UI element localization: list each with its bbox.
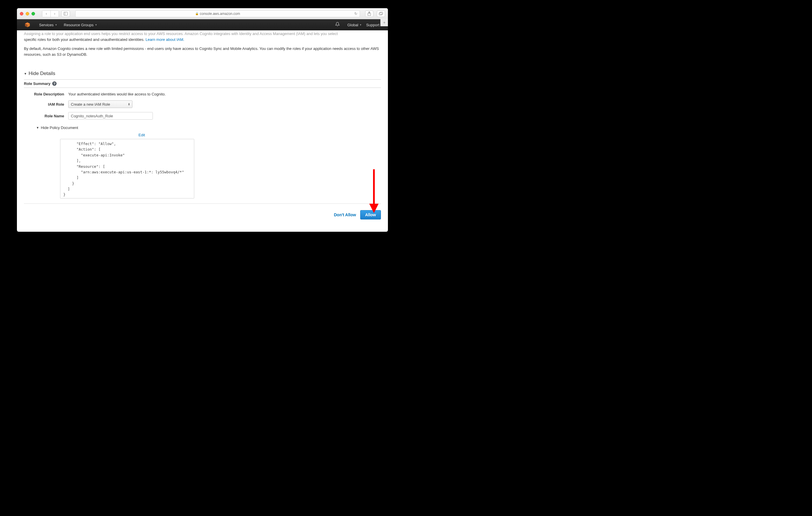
services-menu[interactable]: Services ▾ [37, 19, 59, 30]
footer-actions: Don't Allow Allow [24, 210, 381, 219]
url-host: console.aws.amazon.com [200, 12, 240, 16]
aws-top-nav: Services ▾ Resource Groups ▾ Global ▾ Su… [17, 19, 388, 30]
hide-details-toggle[interactable]: ▼ Hide Details [24, 71, 381, 77]
share-button[interactable] [365, 10, 373, 17]
row-role-name: Role Name [24, 112, 381, 120]
iam-role-selected-value: Create a new IAM Role [71, 102, 110, 107]
annotation-arrow [368, 169, 380, 213]
label-role-description: Role Description [24, 92, 68, 96]
allow-button[interactable]: Allow [360, 210, 381, 219]
chevron-down-icon: ▾ [360, 23, 361, 26]
intro-cut-text: Assigning a role to your application end… [24, 31, 338, 36]
row-iam-role: IAM Role Create a new IAM Role ▴▾ [24, 100, 381, 108]
role-name-input[interactable] [68, 112, 153, 120]
browser-titlebar: ‹ › 🔒 console.aws.amazon.com ↻ [17, 8, 388, 19]
learn-more-iam-link[interactable]: Learn more about IAM. [146, 37, 184, 42]
lock-icon: 🔒 [195, 12, 199, 15]
hide-details-label: Hide Details [29, 71, 55, 77]
maximize-window-button[interactable] [31, 12, 35, 16]
toolbar-right [365, 10, 385, 17]
back-button[interactable]: ‹ [42, 10, 51, 17]
label-role-name: Role Name [24, 114, 68, 118]
intro-paragraph-1: Assigning a role to your application end… [24, 31, 381, 42]
forward-button[interactable]: › [51, 10, 59, 17]
browser-window: ‹ › 🔒 console.aws.amazon.com ↻ + Service… [17, 8, 388, 232]
row-role-description: Role Description Your authenticated iden… [24, 92, 381, 96]
dont-allow-button[interactable]: Don't Allow [334, 213, 356, 217]
region-menu[interactable]: Global ▾ [345, 19, 364, 30]
svg-rect-0 [64, 12, 68, 15]
tabs-button[interactable] [377, 10, 385, 17]
intro-paragraph-2: By default, Amazon Cognito creates a new… [24, 46, 381, 57]
support-label: Support [366, 23, 379, 27]
chevron-down-icon: ▾ [55, 23, 57, 26]
minimize-window-button[interactable] [26, 12, 29, 16]
resource-groups-label: Resource Groups [64, 23, 94, 27]
svg-rect-3 [379, 12, 382, 15]
resource-groups-menu[interactable]: Resource Groups ▾ [62, 19, 99, 30]
caret-down-icon: ▼ [36, 126, 39, 129]
caret-down-icon: ▼ [24, 72, 27, 75]
notifications-icon[interactable] [335, 22, 340, 28]
hide-policy-label: Hide Policy Document [41, 126, 78, 130]
role-summary-title: Role Summary [24, 81, 51, 86]
region-label: Global [347, 23, 358, 27]
footer-divider [24, 203, 381, 204]
value-role-description: Your authenticated identities would like… [68, 92, 166, 96]
services-label: Services [39, 23, 54, 27]
page-content: Assigning a role to your application end… [17, 30, 388, 232]
policy-document-wrap [60, 137, 194, 199]
iam-role-select[interactable]: Create a new IAM Role ▴▾ [68, 100, 133, 108]
chevron-down-icon: ▾ [95, 23, 97, 26]
help-icon[interactable]: ? [52, 81, 57, 86]
edit-policy-link[interactable]: Edit [60, 133, 224, 137]
show-sidebar-button[interactable] [61, 10, 70, 17]
hide-policy-toggle[interactable]: ▼ Hide Policy Document [36, 126, 381, 130]
role-summary-header: Role Summary ? [24, 79, 381, 88]
svg-rect-4 [380, 12, 383, 14]
close-window-button[interactable] [20, 12, 23, 16]
reload-icon[interactable]: ↻ [354, 12, 357, 16]
policy-document-textarea[interactable] [60, 139, 194, 198]
new-tab-button[interactable]: + [380, 19, 388, 26]
label-iam-role: IAM Role [24, 102, 68, 107]
nav-back-forward: ‹ › [42, 10, 59, 17]
intro-line-2: specific roles for both your authenticat… [24, 37, 146, 42]
window-controls [20, 12, 35, 16]
select-arrows-icon: ▴▾ [128, 103, 130, 106]
aws-logo-icon [25, 22, 30, 28]
address-bar[interactable]: 🔒 console.aws.amazon.com ↻ [75, 10, 360, 17]
